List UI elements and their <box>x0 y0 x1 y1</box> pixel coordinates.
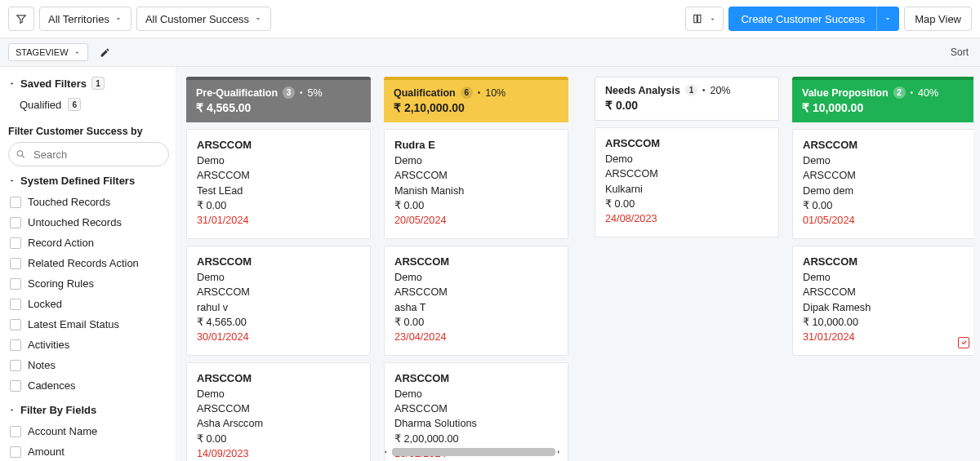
kanban-card[interactable]: ARSCCOMDemoARSCCOMasha T₹ 0.0023/04/2024 <box>384 246 568 356</box>
card-title: ARSCCOM <box>803 255 966 270</box>
scroll-thumb[interactable] <box>392 448 555 456</box>
card-sub2: ARSCCOM <box>394 285 558 299</box>
filter-checkbox-label: Untouched Records <box>28 216 122 228</box>
filter-checkbox-row[interactable]: Latest Email Status <box>8 314 169 335</box>
kanban-card[interactable]: ARSCCOMDemoARSCCOMDipak Ramesh₹ 10,000.0… <box>792 246 973 356</box>
create-customer-success-caret[interactable] <box>876 7 899 31</box>
card-sub1: Demo <box>803 270 966 285</box>
kanban-card[interactable]: Rudra EDemoARSCCOMManish Manish₹ 0.0020/… <box>384 129 568 239</box>
card-sub1: Demo <box>197 270 360 285</box>
filter-checkbox-row[interactable]: Locked <box>8 294 169 314</box>
checkbox[interactable] <box>10 299 21 310</box>
checkbox[interactable] <box>10 446 21 458</box>
checkbox[interactable] <box>10 360 21 371</box>
card-sub1: Demo <box>394 153 558 168</box>
column-body: ARSCCOMDemoARSCCOMTest LEad₹ 0.0031/01/2… <box>186 129 371 461</box>
stageview-dropdown[interactable]: STAGEVIEW <box>8 43 88 61</box>
scroll-left-arrow[interactable] <box>381 447 390 457</box>
checkbox[interactable] <box>10 339 21 351</box>
column-count: 1 <box>685 84 697 96</box>
territories-dropdown[interactable]: All Territories <box>39 7 131 31</box>
column-header[interactable]: Needs Analysis1•20%₹ 0.00 <box>595 77 779 121</box>
chevron-down-icon <box>114 15 122 23</box>
saved-filters-count: 1 <box>91 77 105 90</box>
column-percent: 20% <box>710 85 730 96</box>
card-amount: ₹ 0.00 <box>394 315 558 330</box>
card-sub1: Demo <box>197 153 360 168</box>
filter-checkbox-row[interactable]: Untouched Records <box>8 212 169 233</box>
kanban-card[interactable]: ARSCCOMDemoARSCCOMAsha Arsccom₹ 0.0014/0… <box>186 362 371 461</box>
filter-checkbox-row[interactable]: Scoring Rules <box>8 273 169 294</box>
chevron-left-icon <box>382 449 389 455</box>
filter-by-fields-section[interactable]: Filter By Fields <box>8 404 169 416</box>
chevron-down-icon <box>709 16 716 23</box>
sort-button[interactable]: Sort <box>951 47 972 58</box>
column-body: ARSCCOMDemoARSCCOMDemo dem₹ 0.0001/05/20… <box>792 129 973 356</box>
column-percent: 10% <box>485 87 506 99</box>
kanban-card[interactable]: ARSCCOMDemoARSCCOMrahul v₹ 4,565.0030/01… <box>186 246 371 356</box>
checkbox[interactable] <box>10 426 21 437</box>
horizontal-scrollbar[interactable] <box>381 446 564 458</box>
dot-separator: • <box>300 88 303 97</box>
kanban-column: Value Proposition2•40%₹ 10,000.00ARSCCOM… <box>792 77 973 461</box>
customer-success-dropdown[interactable]: All Customer Success <box>136 7 271 31</box>
kanban-column: Qualification6•10%₹ 2,10,000.00Rudra EDe… <box>384 77 568 461</box>
card-flag-icon[interactable] <box>958 337 969 348</box>
territories-label: All Territories <box>48 13 109 25</box>
checkbox[interactable] <box>10 319 21 330</box>
chevron-down-icon <box>254 15 262 23</box>
filter-checkbox-row[interactable]: Cadences <box>8 375 169 396</box>
column-count: 2 <box>893 86 906 99</box>
filter-checkbox-row[interactable]: Activities <box>8 335 169 355</box>
map-view-button[interactable]: Map View <box>904 7 972 31</box>
card-title: Rudra E <box>394 138 558 153</box>
checkbox[interactable] <box>10 258 21 269</box>
dot-separator: • <box>702 86 706 95</box>
funnel-icon <box>16 13 27 24</box>
checkbox[interactable] <box>10 217 21 228</box>
checkbox[interactable] <box>10 197 21 208</box>
edit-stage-button[interactable] <box>95 44 115 61</box>
filter-checkbox-row[interactable]: Account Name <box>8 421 169 441</box>
card-name: Dharma Solutions <box>394 416 558 431</box>
filter-icon-button[interactable] <box>8 7 34 31</box>
column-header[interactable]: Value Proposition2•40%₹ 10,000.00 <box>792 77 973 122</box>
saved-filter-qualified-count: 6 <box>68 98 81 111</box>
filter-checkbox-row[interactable]: Touched Records <box>8 192 169 212</box>
checkbox[interactable] <box>10 237 21 249</box>
column-count: 3 <box>283 86 295 99</box>
stage-bar: STAGEVIEW Sort <box>0 38 980 67</box>
column-header[interactable]: Pre-Qualification3•5%₹ 4,565.00 <box>186 77 371 122</box>
kanban-card[interactable]: ARSCCOMDemoARSCCOMKulkarni₹ 0.0024/08/20… <box>595 127 779 237</box>
filter-checkbox-label: Locked <box>28 298 62 310</box>
scroll-track[interactable] <box>392 448 552 456</box>
create-customer-success-label: Create Customer Success <box>741 13 865 25</box>
column-count: 6 <box>461 86 473 99</box>
filter-checkbox-row[interactable]: Record Action <box>8 233 169 253</box>
card-sub2: ARSCCOM <box>197 285 360 299</box>
filter-checkbox-label: Account Name <box>28 425 97 437</box>
column-title: Pre-Qualification <box>196 87 278 99</box>
system-defined-filters-section[interactable]: System Defined Filters <box>8 175 169 187</box>
saved-filter-qualified[interactable]: Qualified 6 <box>8 95 169 119</box>
filter-checkbox-label: Latest Email Status <box>28 318 119 330</box>
card-sub2: ARSCCOM <box>605 166 768 181</box>
kanban-card[interactable]: ARSCCOMDemoARSCCOMTest LEad₹ 0.0031/01/2… <box>186 129 371 239</box>
columns-layout-button[interactable] <box>685 7 724 31</box>
filter-checkbox-row[interactable]: Notes <box>8 355 169 375</box>
column-header[interactable]: Qualification6•10%₹ 2,10,000.00 <box>384 77 568 122</box>
checkbox[interactable] <box>10 380 21 392</box>
card-date: 31/01/2024 <box>197 213 360 228</box>
saved-filters-section[interactable]: Saved Filters 1 <box>8 77 169 90</box>
filter-search-input[interactable] <box>8 142 169 166</box>
filter-checkbox-row[interactable]: Amount <box>8 441 169 461</box>
filter-checkbox-row[interactable]: Related Records Action <box>8 253 169 273</box>
column-amount: ₹ 4,565.00 <box>196 101 361 114</box>
create-customer-success-button[interactable]: Create Customer Success <box>728 7 876 31</box>
checkbox[interactable] <box>10 278 21 290</box>
card-sub2: ARSCCOM <box>803 285 966 299</box>
dot-separator: • <box>478 88 481 97</box>
column-title: Value Proposition <box>802 87 889 99</box>
card-date: 14/09/2023 <box>197 446 360 461</box>
kanban-card[interactable]: ARSCCOMDemoARSCCOMDemo dem₹ 0.0001/05/20… <box>792 129 973 239</box>
